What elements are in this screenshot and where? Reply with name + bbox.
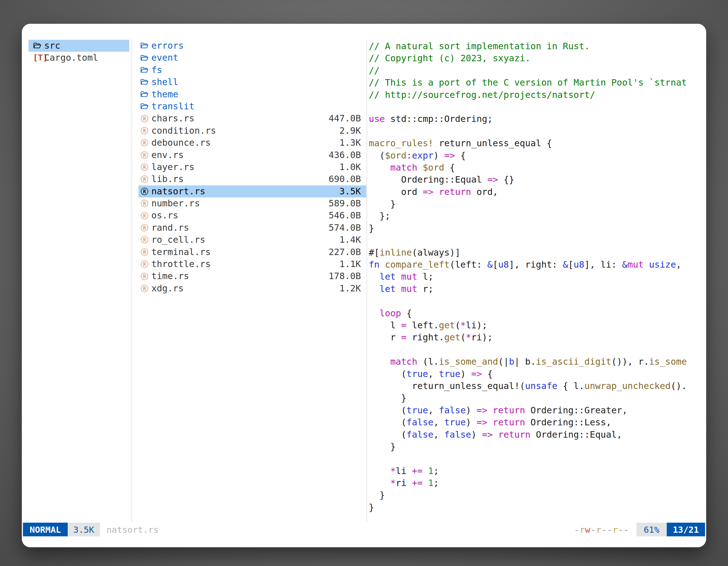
code-line <box>369 453 703 465</box>
file-size-badge: 3.5K <box>68 523 100 536</box>
code-line: } <box>369 489 703 501</box>
svg-text:R: R <box>143 165 146 170</box>
file-row[interactable]: Rthrottle.rs1.1K <box>138 258 366 270</box>
file-row[interactable]: Rtime.rs178.0B <box>138 270 366 282</box>
file-row[interactable]: Rnatsort.rs3.5K <box>138 186 366 198</box>
file-row[interactable]: Rlib.rs690.0B <box>138 173 366 185</box>
code-line: macro_rules! return_unless_equal { <box>369 137 703 149</box>
file-row[interactable]: Ros.rs546.0B <box>138 210 366 222</box>
file-name: condition.rs <box>151 125 216 137</box>
file-row[interactable]: Rnumber.rs589.0B <box>138 198 366 210</box>
folder-open-icon <box>140 66 151 74</box>
rust-icon: R <box>140 139 151 147</box>
file-name: terminal.rs <box>151 246 211 258</box>
code-line: (true, true) => { <box>369 368 703 380</box>
file-row[interactable]: Rlayer.rs1.0K <box>138 161 366 173</box>
code-line <box>369 125 703 137</box>
preview-pane[interactable]: // A natural sort implementation in Rust… <box>369 40 703 522</box>
file-name: rand.rs <box>151 222 189 234</box>
mode-badge: NORMAL <box>23 523 68 536</box>
file-row[interactable]: shell <box>138 76 366 88</box>
code-line: } <box>369 441 703 453</box>
rust-icon: R <box>140 224 151 232</box>
rust-icon: R <box>140 284 151 293</box>
svg-text:R: R <box>143 286 146 291</box>
rust-icon: R <box>140 260 151 269</box>
file-row[interactable]: Rdebounce.rs1.3K <box>138 137 366 149</box>
parent-pane[interactable]: src[T]Cargo.toml <box>29 40 129 64</box>
file-size: 690.0B <box>328 173 361 185</box>
code-line: } <box>369 392 703 404</box>
file-name: fs <box>151 64 162 76</box>
code-line: // Copyright (c) 2023, sxyazi. <box>369 52 703 64</box>
code-line: loop { <box>369 307 703 319</box>
rust-icon: R <box>140 114 151 123</box>
code-line: let mut l; <box>369 271 703 283</box>
folder-open-icon <box>140 90 151 98</box>
current-pane[interactable]: errorseventfsshellthemetranslitRchars.rs… <box>138 40 366 294</box>
code-line <box>369 234 703 247</box>
file-size: 1.0K <box>339 161 361 173</box>
rust-icon: R <box>140 163 151 172</box>
file-row[interactable]: Rxdg.rs1.2K <box>138 283 366 294</box>
file-row[interactable]: translit <box>138 100 366 112</box>
folder-open-icon <box>140 54 151 62</box>
folder-open-icon <box>33 42 44 50</box>
svg-text:R: R <box>143 177 146 182</box>
rust-icon: R <box>140 126 151 135</box>
file-name: shell <box>151 76 178 88</box>
code-line: r = right.get(*ri); <box>369 331 703 343</box>
file-size: 1.4K <box>339 234 361 246</box>
rust-icon: R <box>140 236 151 244</box>
pane-divider <box>131 40 132 522</box>
svg-text:R: R <box>143 152 146 158</box>
svg-text:R: R <box>143 274 146 279</box>
svg-text:R: R <box>143 213 146 219</box>
file-name: Cargo.toml <box>44 52 98 64</box>
rust-icon: R <box>140 272 151 281</box>
file-row[interactable]: theme <box>138 88 366 100</box>
code-line <box>369 101 703 113</box>
file-size: 1.3K <box>339 137 361 149</box>
code-line: } <box>369 198 703 210</box>
svg-text:R: R <box>143 140 146 146</box>
file-row[interactable]: event <box>138 52 366 64</box>
folder-open-icon <box>140 42 151 50</box>
file-name: xdg.rs <box>151 283 184 294</box>
file-size: 3.5K <box>339 186 361 198</box>
rust-icon: R <box>140 175 151 184</box>
file-name: translit <box>151 100 194 112</box>
file-row[interactable]: Rchars.rs447.0B <box>138 112 366 125</box>
code-line: Ordering::Equal => {} <box>369 174 703 186</box>
rust-icon: R <box>140 199 151 208</box>
code-line: #[inline(always)] <box>369 247 703 259</box>
rust-icon: R <box>140 212 151 220</box>
file-name: ro_cell.rs <box>151 234 205 246</box>
file-name: throttle.rs <box>151 258 211 270</box>
file-row[interactable]: Rrand.rs574.0B <box>138 222 366 234</box>
svg-text:R: R <box>143 189 146 194</box>
file-name: layer.rs <box>151 161 194 173</box>
pane-divider <box>367 40 367 522</box>
code-line: }; <box>369 210 703 222</box>
code-line: // This is a port of the C version of Ma… <box>369 77 703 89</box>
file-size: 574.0B <box>328 222 361 234</box>
file-row[interactable]: Rterminal.rs227.0B <box>138 246 366 258</box>
file-size: 436.0B <box>328 149 361 161</box>
file-row[interactable]: Renv.rs436.0B <box>138 149 366 161</box>
file-row[interactable]: Rro_cell.rs1.4K <box>138 234 366 246</box>
code-line: *ri += 1; <box>369 477 703 489</box>
file-row[interactable]: fs <box>138 64 366 76</box>
file-name: src <box>44 40 60 52</box>
file-size: 546.0B <box>328 210 361 222</box>
file-name: errors <box>151 40 184 52</box>
file-row[interactable]: Rcondition.rs2.9K <box>138 125 366 137</box>
file-row[interactable]: [T]Cargo.toml <box>29 52 129 64</box>
status-left: NORMAL 3.5K natsort.rs <box>23 523 159 536</box>
code-line: *li += 1; <box>369 465 703 477</box>
file-row[interactable]: src <box>29 40 129 52</box>
file-name: os.rs <box>151 210 178 222</box>
file-row[interactable]: errors <box>138 40 366 52</box>
code-line <box>369 295 703 307</box>
svg-text:R: R <box>143 201 146 206</box>
